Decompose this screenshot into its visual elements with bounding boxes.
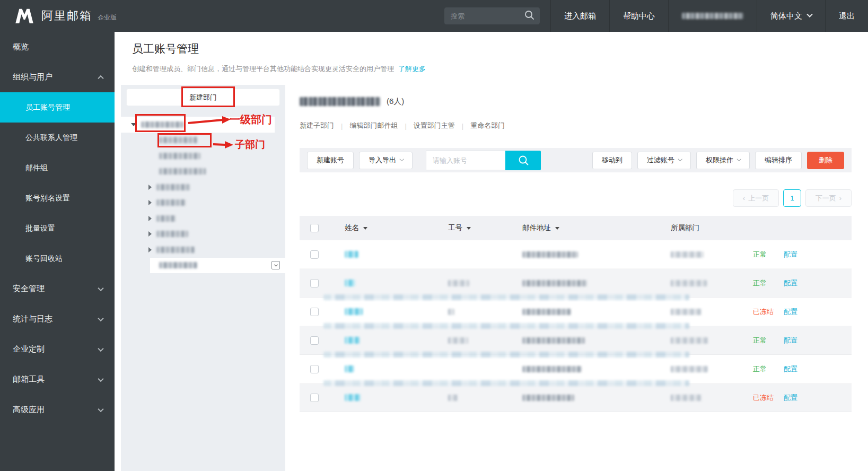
redacted-name-link[interactable] bbox=[345, 280, 355, 286]
search-icon[interactable] bbox=[524, 10, 534, 22]
row-checkbox-cell bbox=[300, 250, 329, 259]
sidebar-item-11[interactable]: 邮箱工具 bbox=[0, 364, 115, 395]
tree-node-3[interactable] bbox=[121, 164, 285, 180]
sidebar-item-9[interactable]: 统计与日志 bbox=[0, 304, 115, 334]
tree-node-8[interactable] bbox=[121, 242, 285, 258]
delete-button[interactable]: 删除 bbox=[807, 152, 844, 169]
row-checkbox[interactable] bbox=[310, 250, 319, 259]
config-cell: 配置 bbox=[784, 336, 852, 345]
config-link[interactable]: 配置 bbox=[784, 278, 797, 288]
sidebar-item-3[interactable]: 公共联系人管理 bbox=[0, 123, 115, 153]
redacted-name-link[interactable] bbox=[345, 394, 361, 401]
account-search-input[interactable] bbox=[426, 151, 505, 170]
prev-page-button[interactable]: ‹ 上一页 bbox=[733, 189, 779, 207]
sidebar-item-2[interactable]: 员工账号管理 bbox=[0, 92, 115, 123]
new-account-button[interactable]: 新建账号 bbox=[307, 152, 354, 169]
department-action-link-3[interactable]: 重命名部门 bbox=[470, 121, 505, 130]
sidebar-item-5[interactable]: 账号别名设置 bbox=[0, 183, 115, 213]
department-header: (6人) bbox=[300, 97, 852, 107]
chevron-down-icon bbox=[737, 157, 741, 161]
table-row-4: 正常配置 bbox=[300, 355, 852, 383]
prev-page-label: 上一页 bbox=[748, 194, 769, 203]
sidebar-item-10[interactable]: 企业定制 bbox=[0, 334, 115, 364]
header-name[interactable]: 姓名 bbox=[329, 223, 433, 233]
logout-link[interactable]: 退出 bbox=[825, 0, 868, 32]
sidebar-item-1[interactable]: 组织与用户 bbox=[0, 62, 115, 92]
caret-right-icon[interactable] bbox=[148, 216, 152, 221]
edit-sort-button[interactable]: 编辑排序 bbox=[755, 152, 802, 169]
node-menu-dropdown-icon[interactable] bbox=[271, 261, 280, 269]
next-page-button[interactable]: 下一页 › bbox=[805, 189, 852, 207]
config-link[interactable]: 配置 bbox=[784, 393, 797, 403]
department-action-link-1[interactable]: 编辑部门邮件组 bbox=[349, 121, 398, 130]
help-center-link[interactable]: 帮助中心 bbox=[609, 0, 668, 32]
sort-caret-icon[interactable] bbox=[555, 227, 559, 230]
caret-right-icon[interactable] bbox=[148, 231, 152, 237]
row-checkbox[interactable] bbox=[310, 394, 319, 402]
redacted-name-link[interactable] bbox=[345, 308, 363, 315]
department-action-link-2[interactable]: 设置部门主管 bbox=[414, 121, 455, 130]
tree-node-4[interactable] bbox=[121, 179, 285, 195]
topbar-search-input[interactable] bbox=[451, 12, 524, 20]
select-all-checkbox[interactable] bbox=[310, 224, 319, 232]
topbar: 阿里邮箱 企业版 进入邮箱 帮助中心 简体中文 退出 bbox=[0, 0, 868, 32]
header-job-label: 工号 bbox=[448, 223, 462, 233]
move-to-button[interactable]: 移动到 bbox=[592, 152, 632, 169]
header-email[interactable]: 邮件地址 bbox=[507, 223, 655, 233]
config-link[interactable]: 配置 bbox=[784, 336, 797, 345]
caret-right-icon[interactable] bbox=[148, 247, 152, 252]
config-link[interactable]: 配置 bbox=[784, 364, 797, 374]
sort-caret-icon[interactable] bbox=[467, 227, 471, 230]
current-page-button[interactable]: 1 bbox=[783, 189, 801, 207]
sidebar-item-4[interactable]: 邮件组 bbox=[0, 153, 115, 183]
tree-node-5[interactable] bbox=[121, 195, 285, 211]
config-link[interactable]: 配置 bbox=[784, 250, 797, 259]
config-cell: 配置 bbox=[784, 393, 852, 403]
import-export-button[interactable]: 导入导出 bbox=[359, 152, 413, 169]
caret-right-icon[interactable] bbox=[148, 185, 152, 190]
header-job-number[interactable]: 工号 bbox=[433, 223, 507, 233]
config-link[interactable]: 配置 bbox=[784, 307, 797, 317]
toolbar-right: 移动到 过滤账号 权限操作 编辑排序 删除 bbox=[592, 152, 844, 169]
new-department-button[interactable]: 新建部门 bbox=[126, 89, 280, 106]
redacted-name-link[interactable] bbox=[345, 365, 354, 372]
redacted-name-link[interactable] bbox=[345, 251, 358, 258]
row-checkbox[interactable] bbox=[310, 308, 319, 316]
sidebar-item-0[interactable]: 概览 bbox=[0, 32, 115, 62]
tree-node-7[interactable] bbox=[121, 226, 285, 242]
chevron-down-icon bbox=[399, 157, 404, 161]
permission-ops-button[interactable]: 权限操作 bbox=[696, 152, 750, 169]
config-cell: 配置 bbox=[784, 364, 852, 374]
enter-mailbox-link[interactable]: 进入邮箱 bbox=[550, 0, 609, 32]
department-action-link-0[interactable]: 新建子部门 bbox=[300, 121, 334, 130]
filter-account-button[interactable]: 过滤账号 bbox=[637, 152, 691, 169]
chevron-up-icon bbox=[98, 75, 103, 81]
row-checkbox[interactable] bbox=[310, 336, 319, 345]
redacted-job-number bbox=[448, 337, 468, 344]
redacted-email bbox=[522, 251, 578, 258]
sidebar-item-8[interactable]: 安全管理 bbox=[0, 274, 115, 304]
language-menu[interactable]: 简体中文 bbox=[757, 0, 825, 32]
row-checkbox[interactable] bbox=[310, 365, 319, 373]
sidebar-item-7[interactable]: 账号回收站 bbox=[0, 243, 115, 274]
account-menu[interactable] bbox=[668, 0, 757, 32]
table-row-0: 正常配置 bbox=[300, 240, 852, 269]
status-cell: 正常 bbox=[753, 364, 784, 374]
status-text: 已冻结 bbox=[753, 307, 774, 317]
caret-right-icon[interactable] bbox=[148, 200, 152, 205]
email-cell bbox=[507, 251, 655, 258]
tree-node-6[interactable] bbox=[121, 211, 285, 226]
sidebar-item-6[interactable]: 批量设置 bbox=[0, 213, 115, 243]
topbar-search-box[interactable] bbox=[444, 7, 540, 24]
row-checkbox[interactable] bbox=[310, 279, 319, 287]
row-checkbox-cell bbox=[300, 279, 329, 287]
caret-down-icon[interactable] bbox=[131, 123, 136, 126]
redacted-name-link[interactable] bbox=[345, 337, 360, 344]
account-search-button[interactable] bbox=[505, 151, 541, 170]
sidebar-item-12[interactable]: 高级应用 bbox=[0, 395, 115, 425]
redaction-strip bbox=[323, 323, 689, 329]
filter-account-label: 过滤账号 bbox=[647, 155, 674, 165]
redacted-job-number bbox=[448, 309, 454, 315]
tree-node-9[interactable] bbox=[121, 258, 285, 274]
sort-caret-icon[interactable] bbox=[363, 227, 367, 230]
